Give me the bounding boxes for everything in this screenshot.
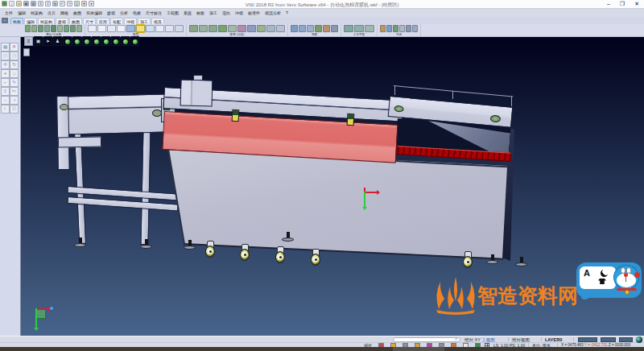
workplane-view-icon[interactable] (365, 25, 374, 32)
menu-冲模[interactable]: 冲模 (233, 10, 246, 15)
reset-filter-icon[interactable] (76, 25, 82, 32)
operator-icon[interactable]: ♟ (53, 36, 62, 46)
layer-up-icon[interactable] (165, 25, 174, 32)
menu-分析[interactable]: 分析 (118, 10, 130, 15)
workplane-standard-icon[interactable] (344, 25, 353, 32)
back-view-icon[interactable] (82, 36, 91, 46)
menu-线架构[interactable]: 线架构 (28, 10, 45, 15)
select-color-icon[interactable] (237, 25, 246, 32)
tab-应用[interactable]: 应用 (97, 18, 109, 24)
status-view-link[interactable]: 上视图 (481, 337, 495, 342)
type-filter-icon[interactable] (44, 25, 50, 32)
ribbon-collapse-button[interactable]: - (2, 18, 8, 23)
zoom-window-icon[interactable] (299, 25, 306, 32)
render-sphere-icon[interactable] (636, 337, 642, 343)
select-face-icon[interactable] (218, 25, 227, 32)
wireframe-icon[interactable]: ◇ (10, 69, 19, 78)
tab-建模[interactable]: 建模 (56, 18, 68, 24)
menu-标准件[interactable]: 标准件 (246, 10, 262, 15)
move-icon[interactable]: → (1, 96, 10, 105)
toolbar-handle-icon[interactable]: ≡ (24, 36, 33, 46)
menu-系统[interactable]: 系统 (181, 10, 194, 15)
menu-逆向[interactable]: 逆向 (220, 10, 233, 15)
shade-view-icon[interactable] (323, 25, 330, 32)
search-input[interactable] (393, 337, 460, 342)
select-chain-icon[interactable] (208, 25, 217, 32)
selection-filter-icon[interactable]: ▦ (1, 43, 10, 52)
wcs-icon[interactable]: ✕ (10, 43, 19, 52)
menu-编辑[interactable]: 编辑 (15, 10, 28, 15)
tab-曲面[interactable]: 曲面 (69, 18, 82, 24)
menu-工程图[interactable]: 工程图 (164, 10, 181, 15)
workplane-3points-icon[interactable] (354, 25, 364, 32)
database-icon[interactable] (406, 25, 411, 32)
layer-off-icon[interactable] (107, 25, 116, 32)
shaded-mode-icon[interactable]: ▣ (34, 36, 43, 46)
select-window-icon[interactable] (199, 25, 208, 32)
left-view-icon[interactable] (111, 36, 120, 46)
right-view-icon[interactable] (121, 36, 130, 46)
info-icon[interactable] (412, 25, 418, 32)
layer-visible-icon[interactable] (146, 25, 155, 32)
entity-filter-icon[interactable] (51, 25, 56, 32)
attribute-paint-icon[interactable] (25, 25, 31, 32)
zoom-window-icon[interactable]: ◰ (1, 52, 10, 60)
menu-文件[interactable]: 文件 (2, 10, 15, 15)
menu-?[interactable]: ? (283, 10, 291, 15)
menu-电极[interactable]: 电极 (130, 10, 143, 15)
zoom-fit-icon[interactable]: ◳ (10, 52, 19, 60)
measure-icon[interactable]: ⌐ (1, 78, 10, 87)
menu-网格[interactable]: 网格 (58, 10, 71, 15)
face-filter-icon[interactable] (57, 25, 63, 32)
layer-list-icon[interactable] (155, 25, 164, 32)
settings-system-icon[interactable] (380, 25, 386, 32)
pan-icon[interactable]: ✥ (1, 60, 10, 69)
pan-view-icon[interactable] (307, 25, 314, 32)
tab-冲模[interactable]: 冲模 (124, 18, 137, 24)
color-filter-icon[interactable] (31, 25, 37, 32)
tab-尺寸[interactable]: 尺寸 (83, 18, 96, 24)
menu-点云[interactable]: 点云 (45, 10, 58, 15)
delete-icon[interactable]: ✂ (10, 87, 19, 96)
select-layer-icon[interactable] (247, 25, 256, 32)
tab-线架构[interactable]: 线架构 (38, 18, 55, 24)
hidden-line-icon[interactable] (331, 25, 338, 32)
units-icon[interactable] (399, 25, 405, 32)
snap-icon[interactable] (393, 25, 398, 32)
top-view-icon[interactable] (92, 36, 101, 46)
tab-编辑[interactable]: 编辑 (24, 18, 37, 24)
layers-icon[interactable]: ≡ (1, 87, 10, 96)
menu-校验[interactable]: 校验 (194, 10, 207, 15)
tab-模具[interactable]: 模具 (151, 18, 164, 24)
docked-mini-icon[interactable] (23, 48, 30, 56)
axono-view-icon[interactable] (130, 36, 139, 46)
minimize-button[interactable]: – (607, 1, 610, 7)
layer-down-icon[interactable] (175, 25, 184, 32)
solid-filter-icon[interactable] (70, 25, 76, 32)
properties-icon[interactable]: ☰ (10, 105, 19, 114)
menu-实体编辑[interactable]: 实体编辑 (84, 10, 105, 15)
menu-尺寸标注[interactable]: 尺寸标注 (143, 10, 164, 15)
maximize-button[interactable]: ❐ (620, 1, 625, 7)
grid-icon[interactable] (386, 25, 392, 32)
select-solid-icon[interactable] (228, 25, 237, 32)
shade-icon[interactable]: ◕ (1, 69, 10, 78)
iso-view-icon[interactable] (63, 36, 72, 46)
color-swatch-1[interactable] (578, 337, 597, 342)
trim-icon[interactable]: ⊦ (1, 105, 10, 114)
new-layer-icon[interactable] (88, 25, 97, 32)
menu-模流分析[interactable]: 模流分析 (262, 10, 283, 15)
select-previous-icon[interactable] (266, 25, 275, 32)
tab-线框[interactable]: 线框 (10, 18, 23, 24)
close-button[interactable]: ✕ (634, 1, 639, 7)
cad-model[interactable]: 智造资料网A (21, 37, 644, 336)
layer-current-icon[interactable] (126, 25, 135, 32)
edge-filter-icon[interactable] (64, 25, 69, 32)
rotate-view-icon[interactable] (315, 25, 322, 32)
bottom-view-icon[interactable] (101, 36, 110, 46)
zoom-all-icon[interactable] (291, 25, 298, 32)
search-icon[interactable]: ⌕ (455, 337, 457, 342)
viewport-3d[interactable]: 智造资料网A (21, 37, 644, 336)
menu-加工[interactable]: 加工 (207, 10, 220, 15)
select-all-icon[interactable] (189, 25, 198, 32)
